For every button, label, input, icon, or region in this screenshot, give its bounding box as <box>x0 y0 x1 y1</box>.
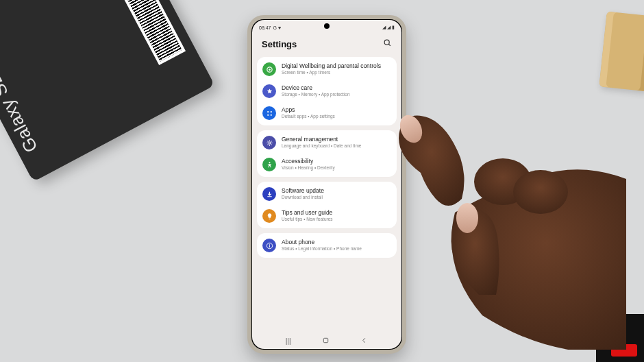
item-text: About phoneStatus • Legal information • … <box>282 239 362 252</box>
item-title: About phone <box>282 239 362 246</box>
svg-point-17 <box>513 170 568 214</box>
svg-line-1 <box>388 44 391 46</box>
apps-icon <box>262 106 276 120</box>
human-hand <box>380 89 626 350</box>
device-care-icon <box>262 84 276 98</box>
item-text: Digital Wellbeing and parental controlsS… <box>282 63 381 75</box>
item-title: Apps <box>282 107 335 114</box>
nav-home-icon[interactable] <box>322 337 330 346</box>
settings-item[interactable]: Tips and user guideUseful tips • New fea… <box>257 205 397 227</box>
settings-list: Digital Wellbeing and parental controlsS… <box>252 57 401 333</box>
svg-point-6 <box>267 114 269 115</box>
svg-point-3 <box>269 69 271 71</box>
search-icon[interactable] <box>383 38 392 50</box>
svg-point-16 <box>474 158 532 205</box>
settings-group: Digital Wellbeing and parental controlsS… <box>257 57 397 125</box>
settings-group: General managementLanguage and keyboard … <box>257 130 397 177</box>
item-subtitle: Status • Legal information • Phone name <box>282 246 362 251</box>
item-subtitle: Storage • Memory • App protection <box>282 92 350 97</box>
item-subtitle: Download and install <box>282 195 324 200</box>
wooden-block <box>599 12 644 92</box>
settings-item[interactable]: Software updateDownload and install <box>257 183 397 205</box>
item-title: General management <box>282 136 361 143</box>
settings-header: Settings <box>252 34 401 57</box>
settings-item[interactable]: General managementLanguage and keyboard … <box>257 132 397 154</box>
phone-frame: 08:47 G ♥ ◢ ◢ ▮ Settings Digital Wellbei… <box>247 15 406 354</box>
svg-point-8 <box>269 142 271 144</box>
item-subtitle: Default apps • App settings <box>282 114 335 119</box>
svg-point-5 <box>270 111 271 112</box>
item-subtitle: Screen time • App timers <box>282 70 381 75</box>
status-time: 08:47 <box>259 25 271 30</box>
item-title: Accessibility <box>282 158 335 165</box>
svg-point-4 <box>267 111 269 112</box>
phone-screen: 08:47 G ♥ ◢ ◢ ▮ Settings Digital Wellbei… <box>252 20 401 349</box>
barcode <box>108 0 186 65</box>
about-icon <box>262 239 276 252</box>
wellbeing-icon <box>262 62 276 76</box>
settings-item[interactable]: AppsDefault apps • App settings <box>257 102 397 124</box>
accessibility-icon <box>262 158 276 171</box>
svg-point-7 <box>270 114 271 115</box>
svg-rect-11 <box>269 245 270 247</box>
item-title: Device care <box>282 85 350 92</box>
settings-item[interactable]: Device careStorage • Memory • App protec… <box>257 80 397 102</box>
item-text: Device careStorage • Memory • App protec… <box>282 85 350 97</box>
status-right-icons: ◢ ◢ ▮ <box>382 25 395 30</box>
camera-hole <box>324 23 330 29</box>
settings-item[interactable]: About phoneStatus • Legal information • … <box>257 234 397 256</box>
item-text: AccessibilityVision • Hearing • Dexterit… <box>282 158 335 171</box>
svg-rect-13 <box>323 338 327 342</box>
settings-item[interactable]: AccessibilityVision • Hearing • Dexterit… <box>257 154 397 176</box>
general-icon <box>262 136 276 149</box>
update-icon <box>262 187 276 201</box>
settings-group: About phoneStatus • Legal information • … <box>257 233 397 258</box>
box-label: Galaxy S25 Ultra <box>0 22 42 156</box>
settings-group: Software updateDownload and installTips … <box>257 182 397 228</box>
page-title: Settings <box>262 39 297 49</box>
item-text: Tips and user guideUseful tips • New fea… <box>282 210 333 222</box>
item-title: Tips and user guide <box>282 210 333 217</box>
red-sticker <box>611 344 637 357</box>
nav-bar: ||| <box>252 333 401 349</box>
svg-point-14 <box>456 203 478 233</box>
product-box: Galaxy S25 Ultra <box>0 0 214 182</box>
settings-item[interactable]: Digital Wellbeing and parental controlsS… <box>257 58 397 80</box>
status-left-icons: G ♥ <box>273 25 282 30</box>
item-text: AppsDefault apps • App settings <box>282 107 335 119</box>
svg-point-0 <box>384 40 389 45</box>
item-subtitle: Language and keyboard • Date and time <box>282 143 361 148</box>
tips-icon <box>262 209 276 223</box>
item-title: Digital Wellbeing and parental controls <box>282 63 381 70</box>
svg-point-9 <box>269 162 270 163</box>
item-subtitle: Useful tips • New features <box>282 217 333 221</box>
item-text: Software updateDownload and install <box>282 188 324 200</box>
item-text: General managementLanguage and keyboard … <box>282 136 361 149</box>
nav-back-icon[interactable] <box>360 337 368 346</box>
item-title: Software update <box>282 188 324 195</box>
svg-rect-12 <box>269 243 270 244</box>
nav-recent-icon[interactable]: ||| <box>286 337 291 345</box>
item-subtitle: Vision • Hearing • Dexterity <box>282 165 335 170</box>
